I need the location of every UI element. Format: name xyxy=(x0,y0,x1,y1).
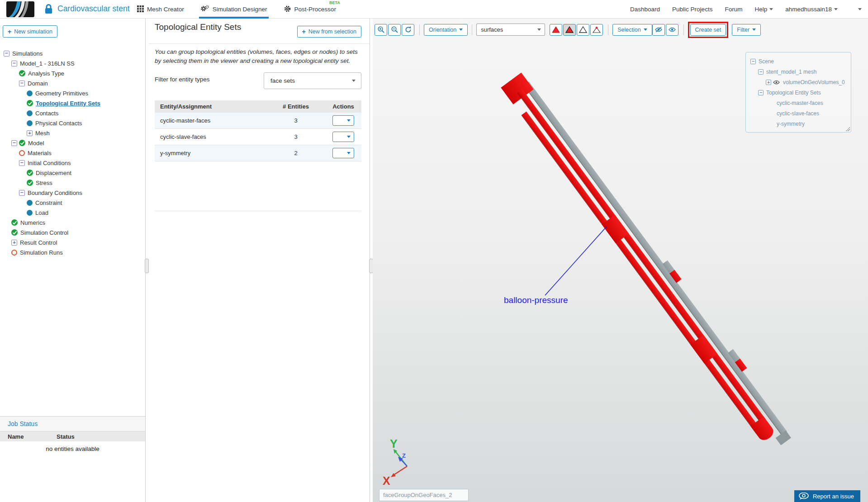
tree-item-contacts[interactable]: Contacts xyxy=(0,108,145,118)
collapse-icon[interactable] xyxy=(11,140,17,146)
plus-icon xyxy=(302,28,306,35)
tree-item-label: Result Control xyxy=(20,239,57,246)
simulation-tree: SimulationsModel_1 - 316LN SSAnalysis Ty… xyxy=(0,48,145,257)
app-logo-icon[interactable] xyxy=(6,1,34,17)
selection-dropdown[interactable]: Selection xyxy=(612,24,652,36)
tree-item-simulations[interactable]: Simulations xyxy=(0,48,145,58)
window-menu-button[interactable] xyxy=(858,8,862,10)
scene-tree-panel: Scenestent_model_1 meshvolumeOnGeoVolume… xyxy=(745,52,851,133)
row-actions-dropdown[interactable] xyxy=(332,148,354,158)
expand-icon[interactable] xyxy=(27,130,33,136)
splitter-grip[interactable] xyxy=(145,259,149,273)
tab-simulation-designer[interactable]: Simulation Designer xyxy=(199,0,269,19)
row-actions-dropdown[interactable] xyxy=(332,132,354,142)
tab-post-processor[interactable]: Post-ProcessorBETA xyxy=(282,0,337,19)
create-set-button[interactable]: Create set xyxy=(690,24,726,36)
expand-icon[interactable] xyxy=(11,240,17,246)
new-from-selection-button[interactable]: New from selection xyxy=(297,26,361,38)
collapse-icon[interactable] xyxy=(11,61,17,66)
orientation-dropdown[interactable]: Orientation xyxy=(424,24,468,36)
user-menu[interactable]: ahmedhussain18 xyxy=(785,6,838,13)
tree-item-constraint[interactable]: Constraint xyxy=(0,198,145,208)
refresh-view-button[interactable] xyxy=(402,24,414,36)
tree-item-topological-entity-sets[interactable]: Topological Entity Sets xyxy=(0,98,145,108)
tree-item-displacement[interactable]: Displacement xyxy=(0,168,145,178)
tree-item-initial-conditions[interactable]: Initial Conditions xyxy=(0,158,145,168)
lock-icon xyxy=(44,4,53,16)
eye-icon[interactable] xyxy=(773,80,780,85)
nav-forum[interactable]: Forum xyxy=(725,6,742,13)
tree-item-cyclic-slave-faces[interactable]: cyclic-slave-faces xyxy=(746,108,851,118)
tree-item-result-control[interactable]: Result Control xyxy=(0,237,145,247)
collapse-icon[interactable] xyxy=(758,69,764,75)
tree-item-volumeongeovolumes-0[interactable]: volumeOnGeoVolumes_0 xyxy=(746,77,851,87)
face-group-name-input[interactable] xyxy=(379,489,469,501)
default-status-icon xyxy=(27,210,33,216)
tab-mesh-creator[interactable]: Mesh Creator xyxy=(136,0,185,19)
gears-icon xyxy=(200,5,209,14)
app-header: Cardiovascular stent Mesh CreatorSimulat… xyxy=(0,0,868,19)
tree-item-model-1-316ln-ss[interactable]: Model_1 - 316LN SS xyxy=(0,58,145,68)
collapse-icon[interactable] xyxy=(19,160,25,166)
tree-item-stress[interactable]: Stress xyxy=(0,178,145,188)
hide-selection-button[interactable] xyxy=(652,24,665,36)
render-solid-button[interactable] xyxy=(550,24,562,36)
render-points-button[interactable] xyxy=(590,24,603,36)
row-actions-dropdown[interactable] xyxy=(332,115,354,126)
collapse-icon[interactable] xyxy=(758,90,764,95)
display-mode-select[interactable]: surfaces xyxy=(476,24,545,36)
collapse-icon[interactable] xyxy=(19,190,25,196)
3d-viewport[interactable]: balloon-pressure Orientation surfaces xyxy=(373,19,868,502)
tree-item-boundary-conditions[interactable]: Boundary Conditions xyxy=(0,188,145,198)
tree-item-label: Initial Conditions xyxy=(28,160,71,166)
tree-item-domain[interactable]: Domain xyxy=(0,78,145,88)
new-simulation-button[interactable]: New simulation xyxy=(3,25,57,38)
collapse-icon[interactable] xyxy=(750,59,756,64)
default-status-icon xyxy=(27,110,33,116)
entity-set-row[interactable]: cyclic-slave-faces3 xyxy=(155,129,361,145)
entity-set-row[interactable]: cyclic-master-faces3 xyxy=(155,113,361,129)
zoom-in-button[interactable] xyxy=(375,24,387,36)
tree-item-simulation-control[interactable]: Simulation Control xyxy=(0,227,145,237)
tree-item-load[interactable]: Load xyxy=(0,208,145,218)
panel-title: Topological Entity Sets xyxy=(155,22,241,32)
tree-item-analysis-type[interactable]: Analysis Type xyxy=(0,68,145,78)
tree-item-cyclic-master-faces[interactable]: cyclic-master-faces xyxy=(746,98,851,108)
job-status-panel: Job Status Name Status no entities avail… xyxy=(0,416,145,502)
chevron-down-icon xyxy=(834,8,838,10)
tree-item-topological-entity-sets[interactable]: Topological Entity Sets xyxy=(746,87,851,98)
tree-item-stent-model-1-mesh[interactable]: stent_model_1 mesh xyxy=(746,66,851,77)
nav-help[interactable]: Help xyxy=(754,6,773,13)
tree-item-materials[interactable]: Materials xyxy=(0,148,145,158)
tree-item-y-symmetry[interactable]: y-symmetry xyxy=(746,118,851,129)
left-panel-splitter[interactable] xyxy=(146,19,148,502)
toolbar-separator xyxy=(683,24,684,35)
tree-item-label: Boundary Conditions xyxy=(28,189,82,196)
nav-label: Public Projects xyxy=(672,6,712,13)
entity-type-select[interactable]: face sets xyxy=(264,72,361,89)
stent-gray-end xyxy=(776,431,791,445)
expand-icon[interactable] xyxy=(766,80,771,85)
collapse-icon[interactable] xyxy=(19,81,25,86)
tree-item-label: Geometry Primitives xyxy=(35,90,88,97)
nav-public-projects[interactable]: Public Projects xyxy=(672,6,712,13)
zoom-out-button[interactable] xyxy=(388,24,401,36)
render-wireframe-button[interactable] xyxy=(577,24,589,36)
scene-panel-resize-handle[interactable] xyxy=(846,127,850,131)
tree-item-simulation-runs[interactable]: Simulation Runs xyxy=(0,247,145,257)
entity-sets-table: Entity/Assignment # Entities Actions cyc… xyxy=(155,100,361,211)
tree-item-geometry-primitives[interactable]: Geometry Primitives xyxy=(0,88,145,98)
tree-item-numerics[interactable]: Numerics xyxy=(0,218,145,227)
tree-item-mesh[interactable]: Mesh xyxy=(0,128,145,138)
render-solid-edges-button[interactable] xyxy=(563,24,576,36)
collapse-icon[interactable] xyxy=(4,51,9,57)
filter-dropdown[interactable]: Filter xyxy=(732,24,761,36)
show-selection-button[interactable] xyxy=(666,24,678,36)
entity-set-row[interactable]: y-symmetry2 xyxy=(155,145,361,161)
report-issue-button[interactable]: Report an issue xyxy=(794,490,860,502)
tree-item-model[interactable]: Model xyxy=(0,138,145,148)
gear-icon xyxy=(284,5,291,14)
nav-dashboard[interactable]: Dashboard xyxy=(630,6,660,13)
tree-item-physical-contacts[interactable]: Physical Contacts xyxy=(0,118,145,128)
tree-item-scene[interactable]: Scene xyxy=(746,56,851,66)
